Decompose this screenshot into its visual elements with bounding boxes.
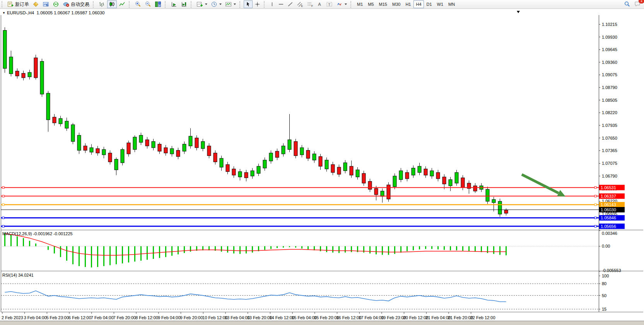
timeframe-m5-button[interactable]: M5 (366, 0, 376, 8)
templates-button[interactable] (31, 0, 41, 8)
candle-chart-button[interactable] (107, 0, 117, 8)
timeframe-w1-button[interactable]: W1 (435, 0, 446, 8)
candle (176, 151, 180, 157)
timeframe-m1-button[interactable]: M1 (355, 0, 365, 8)
period-icon (211, 1, 217, 7)
candle (306, 151, 310, 159)
candle (9, 57, 13, 74)
candle (387, 185, 390, 199)
chevron-down-icon (234, 3, 236, 5)
line-handle[interactable] (594, 217, 596, 219)
macd-histogram-bar (85, 246, 86, 267)
timeframe-h1-button[interactable]: H1 (403, 0, 413, 8)
cursor-tool-button[interactable] (244, 0, 253, 8)
line-handle[interactable] (2, 186, 4, 188)
toolbar-grip[interactable] (2, 1, 4, 7)
macd-histogram-bar (29, 241, 30, 246)
candle (257, 166, 260, 173)
candle (343, 163, 347, 171)
text-icon: A (317, 1, 323, 7)
macd-histogram-bar (363, 246, 364, 252)
autotrade-icon (63, 1, 70, 7)
channel-tool-button[interactable]: E (295, 0, 305, 8)
candle (90, 148, 93, 152)
timeframe-mn-button[interactable]: MN (446, 0, 457, 8)
line-handle[interactable] (2, 217, 4, 219)
line-chart-button[interactable] (117, 0, 127, 8)
candle (189, 136, 192, 146)
macd-histogram-bar (103, 246, 104, 266)
trendline-tool-button[interactable] (286, 0, 295, 8)
line-handle[interactable] (2, 225, 4, 227)
chart-shift-button[interactable] (179, 0, 189, 8)
horizontal-line-tool-button[interactable] (277, 0, 285, 8)
date-label: 7 Feb 04:00 (91, 315, 114, 320)
macd-histogram-bar (54, 246, 55, 253)
candle (59, 118, 62, 124)
zoom-out-button[interactable] (143, 0, 153, 8)
candle (461, 178, 465, 188)
auto-scroll-icon (171, 1, 177, 7)
candle (405, 173, 409, 179)
macd-histogram-bar (184, 246, 185, 253)
zoom-out-icon (145, 1, 151, 7)
macd-histogram-bar (283, 246, 284, 248)
bar-chart-icon (99, 1, 105, 7)
label-tool-button[interactable]: T (325, 0, 334, 8)
signals-button[interactable] (51, 0, 61, 8)
rsi-axis-label: 100 (602, 274, 609, 278)
timeframe-m15-button[interactable]: M15 (377, 0, 389, 8)
chart-canvas[interactable]: 1.102151.099301.096451.093601.090751.087… (0, 9, 644, 325)
fibonacci-tool-button[interactable]: F (305, 0, 315, 8)
tile-windows-button[interactable] (153, 0, 163, 8)
macd-histogram-bar (320, 246, 321, 251)
date-label: 9 Feb 04:00 (158, 315, 181, 320)
text-tool-button[interactable]: A (315, 0, 324, 8)
mt4-application: 新订单 自动交易 (0, 0, 644, 325)
vertical-line-icon (270, 1, 275, 7)
shapes-tool-button[interactable] (335, 0, 348, 8)
indicators-icon (225, 1, 232, 7)
candle (53, 117, 56, 123)
price-tick-label: 1.09930 (602, 35, 617, 39)
autotrade-button[interactable]: 自动交易 (61, 0, 91, 8)
macd-histogram-bar (35, 243, 36, 246)
macd-histogram-bar (79, 246, 80, 266)
new-chart-button[interactable] (195, 0, 209, 8)
line-handle[interactable] (594, 204, 596, 206)
line-handle[interactable] (594, 195, 596, 197)
line-handle[interactable] (594, 186, 596, 188)
channel-icon: E (297, 1, 303, 7)
new-order-button[interactable]: 新订单 (6, 0, 31, 8)
timeframe-m30-button[interactable]: M30 (390, 0, 403, 8)
toolbar-separator (93, 1, 95, 8)
crosshair-tool-button[interactable] (253, 0, 262, 8)
candle (183, 144, 186, 151)
line-handle[interactable] (2, 195, 4, 197)
timeframe-h4-button[interactable]: H4 (413, 0, 424, 8)
line-handle[interactable] (2, 204, 4, 206)
profiles-button[interactable] (41, 0, 51, 8)
timeframe-d1-button[interactable]: D1 (424, 0, 434, 8)
macd-histogram-bar (369, 246, 371, 253)
macd-histogram-bar (153, 246, 154, 259)
trendline-icon (287, 1, 293, 7)
candle (96, 149, 99, 153)
zoom-in-button[interactable] (133, 0, 143, 8)
macd-histogram-bar (388, 246, 389, 255)
candle (424, 169, 427, 175)
vertical-line-tool-button[interactable] (268, 0, 276, 8)
date-label: 16 Feb 12:00 (337, 315, 362, 320)
line-handle[interactable] (594, 225, 596, 227)
candle (207, 146, 211, 156)
indicators-button[interactable] (224, 0, 237, 8)
auto-scroll-button[interactable] (169, 0, 179, 8)
period-selector-button[interactable] (209, 0, 223, 8)
candle (473, 186, 477, 191)
bar-chart-button[interactable] (97, 0, 107, 8)
date-label: 6 Feb 12:00 (68, 315, 91, 320)
search-button[interactable] (622, 0, 632, 8)
macd-histogram-bar (10, 234, 12, 246)
candle (127, 143, 130, 154)
price-tick-label: 1.08220 (602, 110, 617, 115)
